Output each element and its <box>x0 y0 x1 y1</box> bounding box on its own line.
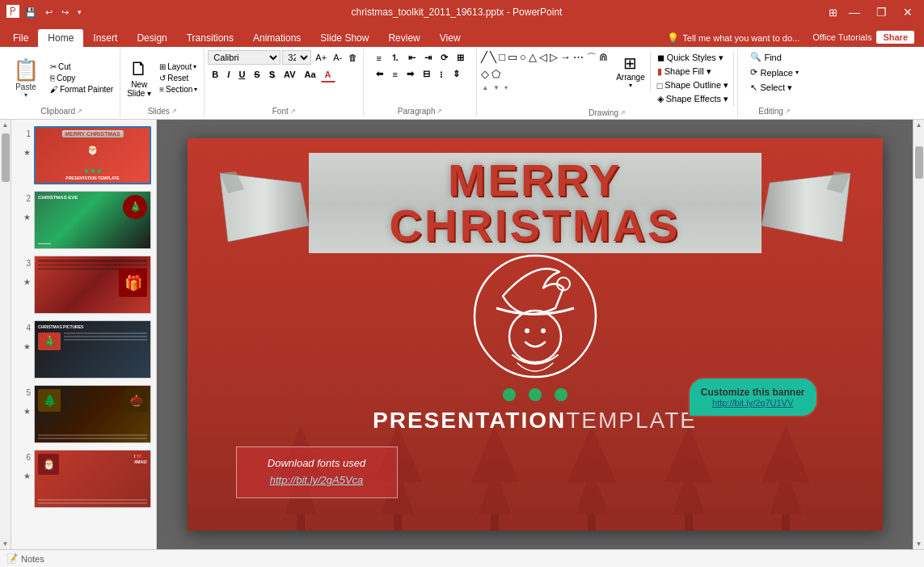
shape-triangle[interactable]: △ <box>528 50 538 66</box>
shape-rect[interactable]: □ <box>498 50 506 66</box>
restore-btn[interactable]: ❐ <box>871 4 892 20</box>
slide-canvas[interactable]: MERRY CHRISTMAS <box>188 138 883 531</box>
copy-btn[interactable]: ⎘ Copy <box>47 73 116 83</box>
align-left-btn[interactable]: ⬅ <box>372 67 387 81</box>
paragraph-expand-icon[interactable]: ↗ <box>437 108 442 115</box>
shape-rounded-rect[interactable]: ▭ <box>507 50 518 66</box>
convert-to-smartart-btn[interactable]: ⊞ <box>453 51 468 65</box>
tab-view[interactable]: View <box>430 29 470 47</box>
slides-expand-icon[interactable]: ↗ <box>171 108 177 115</box>
canvas-scroll-up[interactable]: ▲ <box>914 120 924 130</box>
shape-rtriangle2[interactable]: ▷ <box>549 50 559 66</box>
slide-thumb-2[interactable]: CHRISTMAS EVE 🎄 ▬▬▬▬ <box>34 191 151 249</box>
minimize-btn[interactable]: — <box>844 4 865 20</box>
slide-thumb-6[interactable]: 🎅 I ❤️XMAS! <box>34 450 151 508</box>
reset-btn[interactable]: ↺ Reset <box>156 73 200 83</box>
redo-qat-btn[interactable]: ↪ <box>58 6 72 19</box>
tab-insert[interactable]: Insert <box>83 29 127 47</box>
shape-outline-btn[interactable]: □ Shape Outline ▾ <box>654 79 732 91</box>
shape-rtriangle[interactable]: ◁ <box>538 50 548 66</box>
select-btn[interactable]: ↖ Select ▾ <box>745 81 803 95</box>
slide-thumb-3[interactable]: 🎁 <box>34 256 151 314</box>
shapes-scroll-down[interactable]: ▼ <box>492 83 501 93</box>
indent-dec-btn[interactable]: ⇤ <box>404 51 420 65</box>
office-tutorials-btn[interactable]: Office Tutorials <box>812 32 871 42</box>
panel-scroll-track <box>0 130 11 539</box>
panel-scroll-up[interactable]: ▲ <box>1 120 11 130</box>
canvas-scroll-thumb[interactable] <box>915 146 923 179</box>
italic-btn[interactable]: I <box>223 68 234 83</box>
indent-inc-btn[interactable]: ⇥ <box>420 51 436 65</box>
change-case-btn[interactable]: Aa <box>300 68 319 83</box>
bold-btn[interactable]: B <box>208 68 222 83</box>
undo-qat-btn[interactable]: ↩ <box>42 6 56 19</box>
shape-more[interactable]: ⋯ <box>572 50 584 66</box>
replace-btn[interactable]: ⟳ Replace ▾ <box>745 66 803 79</box>
shape-arrow[interactable]: → <box>559 50 572 66</box>
section-btn[interactable]: ≡ Section ▾ <box>156 84 200 95</box>
clipboard-expand-icon[interactable]: ↗ <box>77 108 82 115</box>
shape-line2[interactable]: ╲ <box>489 50 497 66</box>
drawing-expand-icon[interactable]: ↗ <box>620 109 626 116</box>
line-spacing-btn[interactable]: ⇕ <box>449 67 464 81</box>
cut-btn[interactable]: ✂ Cut <box>47 61 116 72</box>
tab-slideshow[interactable]: Slide Show <box>310 29 378 47</box>
canvas-scroll-down[interactable]: ▼ <box>914 539 924 549</box>
customize-qat-btn[interactable]: ▾ <box>74 6 85 18</box>
cols-btn[interactable]: ⫶ <box>435 68 448 81</box>
strikethrough-btn[interactable]: S <box>250 68 264 83</box>
align-center-btn[interactable]: ≡ <box>388 68 401 81</box>
customize-link[interactable]: http://bit.ly/2q7U1VV <box>701 398 805 408</box>
justify-btn[interactable]: ⊟ <box>419 67 434 81</box>
align-right-btn[interactable]: ➡ <box>403 67 418 81</box>
shapes-scroll-up[interactable]: ▲ <box>480 83 490 93</box>
tab-transitions[interactable]: Transitions <box>177 29 243 47</box>
clear-formatting-btn[interactable]: 🗑 <box>346 52 360 63</box>
paste-btn[interactable]: 📋 Paste ▾ <box>6 54 45 102</box>
slide-thumb-1[interactable]: MERRY CHRISTMAS 🎅 PRESENTATION TEMPLATE <box>34 126 151 184</box>
spacing-btn[interactable]: AV <box>280 68 299 83</box>
underline-btn[interactable]: U <box>234 68 249 83</box>
tab-home[interactable]: Home <box>38 29 83 47</box>
download-link-text[interactable]: http://bit.ly/2gA5Vca <box>248 472 386 489</box>
shadow-btn[interactable]: S <box>265 68 279 83</box>
panel-scroll-thumb[interactable] <box>2 133 10 182</box>
quick-styles-btn[interactable]: ◼ Quick Styles ▾ <box>654 52 732 64</box>
slide-thumb-4[interactable]: CHRISTMAS PICTURES 🎄 <box>34 320 151 379</box>
shape-flow2[interactable]: ⬠ <box>491 67 501 81</box>
slide-thumb-5[interactable]: 🌲 🌰 <box>34 385 151 443</box>
shapes-more-btn[interactable]: ▾ <box>503 83 509 93</box>
shape-fill-btn[interactable]: ▮ Shape Fill ▾ <box>654 66 732 78</box>
num-bullets-btn[interactable]: ⒈ <box>386 50 403 66</box>
layout-btn[interactable]: ⊞ Layout ▾ <box>156 61 200 72</box>
text-dir-btn[interactable]: ⟳ <box>437 51 452 65</box>
save-qat-btn[interactable]: 💾 <box>22 6 40 19</box>
format-painter-btn[interactable]: 🖌 Format Painter <box>47 84 116 95</box>
share-btn[interactable]: Share <box>876 31 914 44</box>
font-size-select[interactable]: 32 <box>282 50 311 65</box>
find-btn[interactable]: 🔍 Find <box>745 50 803 64</box>
panel-scroll-down[interactable]: ▼ <box>1 539 11 549</box>
font-color-btn[interactable]: A <box>321 68 335 83</box>
font-size-decrease-btn[interactable]: A- <box>331 52 344 63</box>
shape-flow1[interactable]: ◇ <box>480 67 490 81</box>
notes-area[interactable]: 📝 Notes <box>0 549 924 567</box>
shape-bracket1[interactable]: ⌒ <box>585 50 597 66</box>
close-btn[interactable]: ✕ <box>898 4 918 20</box>
shape-effects-btn[interactable]: ◈ Shape Effects ▾ <box>654 93 732 105</box>
tab-animations[interactable]: Animations <box>243 29 310 47</box>
font-expand-icon[interactable]: ↗ <box>290 108 296 115</box>
tab-review[interactable]: Review <box>378 29 429 47</box>
shape-line[interactable]: ╱ <box>480 50 488 66</box>
tell-me-area[interactable]: 💡 Tell me what you want to do... <box>660 32 806 47</box>
tab-file[interactable]: File <box>3 29 38 47</box>
new-slide-btn[interactable]: 🗋 NewSlide ▾ <box>124 54 154 101</box>
bullets-btn[interactable]: ≡ <box>372 52 385 65</box>
tab-design[interactable]: Design <box>127 29 176 47</box>
font-name-select[interactable]: Calibri <box>208 50 281 65</box>
font-size-increase-btn[interactable]: A+ <box>313 52 329 63</box>
editing-expand-icon[interactable]: ↗ <box>785 108 791 115</box>
shape-bracket2[interactable]: ⋒ <box>598 50 609 66</box>
shape-circle[interactable]: ○ <box>519 50 527 66</box>
arrange-btn[interactable]: ⊞ Arrange ▾ <box>611 50 651 92</box>
